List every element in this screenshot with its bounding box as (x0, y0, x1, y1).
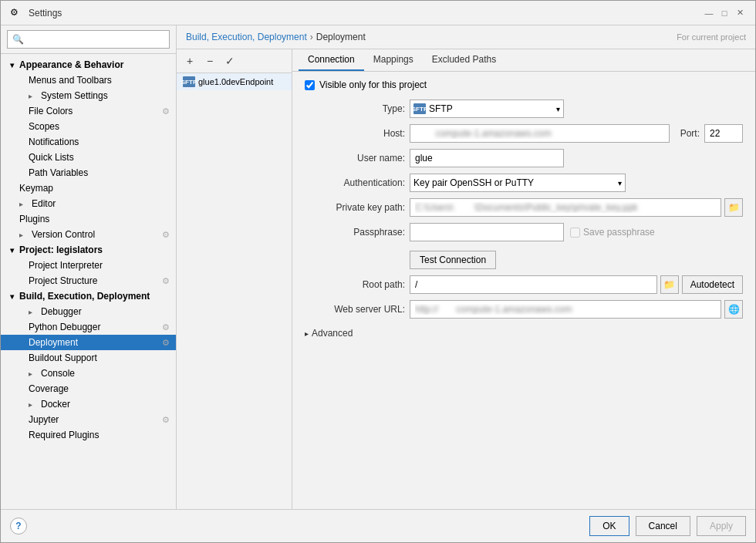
sidebar-item-scopes[interactable]: Scopes (1, 119, 176, 134)
sidebar-item-appearance-behavior[interactable]: Appearance & Behavior (1, 57, 176, 73)
item-label: Path Variables (29, 167, 88, 178)
search-box (1, 25, 176, 54)
sidebar-item-python-debugger[interactable]: Python Debugger ⚙ (1, 319, 176, 335)
type-select[interactable]: SFTP SFTP ▾ (410, 99, 564, 118)
minimize-button[interactable]: — (703, 7, 715, 19)
sidebar-item-docker[interactable]: ▸ Docker (1, 396, 176, 412)
server-list-toolbar: + − ✓ (177, 49, 292, 73)
save-passphrase-checkbox[interactable] (570, 228, 580, 238)
item-label: File Colors (29, 106, 73, 116)
item-label: Required Plugins (29, 430, 99, 440)
item-label: Deployment (29, 337, 78, 348)
item-label: Editor (32, 198, 56, 209)
gear-icon: ⚙ (162, 415, 170, 425)
advanced-toggle[interactable]: Advanced (305, 325, 743, 342)
cancel-button[interactable]: Cancel (636, 516, 690, 536)
autodetect-button[interactable]: Autodetect (682, 275, 743, 294)
breadcrumb-current: Deployment (316, 32, 366, 42)
private-key-input[interactable] (410, 198, 721, 217)
open-url-button[interactable]: 🌐 (724, 300, 743, 319)
sidebar-item-quick-lists[interactable]: Quick Lists (1, 150, 176, 165)
deployment-panel: + − ✓ SFTP glue1.0devEndpoint Connecti (177, 49, 755, 509)
gear-icon: ⚙ (162, 322, 170, 332)
browse-private-key-button[interactable]: 📁 (724, 198, 743, 217)
sidebar-item-notifications[interactable]: Notifications (1, 134, 176, 150)
app-icon: ⚙ (10, 7, 22, 19)
sidebar-item-plugins[interactable]: Plugins (1, 211, 176, 227)
title-bar: ⚙ Settings — □ ✕ (1, 1, 755, 25)
sidebar-item-jupyter[interactable]: Jupyter ⚙ (1, 412, 176, 427)
tab-excluded-paths[interactable]: Excluded Paths (423, 49, 505, 71)
web-server-row: Web server URL: 🌐 (305, 300, 743, 319)
maximize-button[interactable]: □ (718, 7, 731, 19)
tab-mappings[interactable]: Mappings (364, 49, 423, 71)
sidebar-item-version-control[interactable]: ▸ Version Control ⚙ (1, 227, 176, 242)
sidebar-item-coverage[interactable]: Coverage (1, 381, 176, 396)
sidebar-item-path-variables[interactable]: Path Variables (1, 165, 176, 180)
server-item[interactable]: SFTP glue1.0devEndpoint (177, 73, 292, 90)
advanced-label: Advanced (312, 328, 353, 339)
sidebar-item-project-interpreter[interactable]: Project Interpreter (1, 258, 176, 273)
sidebar-item-keymap[interactable]: Keymap (1, 180, 176, 196)
tab-connection[interactable]: Connection (299, 49, 364, 71)
breadcrumb: Build, Execution, Deployment › Deploymen… (177, 25, 755, 49)
sidebar-item-editor[interactable]: ▸ Editor (1, 196, 176, 211)
type-row: Type: SFTP SFTP ▾ (305, 99, 743, 118)
sidebar-item-system-settings[interactable]: ▸ System Settings (1, 88, 176, 103)
sidebar-item-menus-toolbars[interactable]: Menus and Toolbars (1, 73, 176, 88)
root-path-input[interactable] (410, 275, 657, 294)
visible-only-label: Visible only for this project (319, 79, 427, 90)
sidebar-item-deployment[interactable]: Deployment ⚙ (1, 335, 176, 350)
save-passphrase-label: Save passphrase (583, 227, 655, 238)
passphrase-label: Passphrase: (305, 227, 405, 238)
settings-window: ⚙ Settings — □ ✕ Appearance & Behavior (0, 0, 756, 543)
sidebar-item-project-structure[interactable]: Project Structure ⚙ (1, 273, 176, 288)
item-label: Jupyter (29, 414, 59, 425)
apply-button[interactable]: Apply (697, 516, 746, 536)
username-row: User name: (305, 149, 743, 167)
expand-icon: ▸ (29, 92, 38, 100)
root-path-row: Root path: 📁 Autodetect (305, 275, 743, 294)
web-server-label: Web server URL: (305, 304, 405, 315)
help-button[interactable]: ? (10, 518, 27, 535)
item-label: Quick Lists (29, 152, 74, 163)
item-label: Docker (41, 399, 70, 410)
sidebar-item-project-legislators[interactable]: Project: legislators (1, 242, 176, 258)
remove-server-button[interactable]: − (201, 52, 218, 69)
sidebar-item-required-plugins[interactable]: Required Plugins (1, 427, 176, 443)
ok-button[interactable]: OK (589, 516, 629, 536)
item-label: Plugins (19, 214, 49, 224)
username-input[interactable] (410, 149, 564, 167)
passphrase-input[interactable] (410, 223, 564, 241)
browse-root-path-button[interactable]: 📁 (660, 275, 679, 294)
sidebar-item-file-colors[interactable]: File Colors ⚙ (1, 103, 176, 119)
host-label: Host: (305, 128, 405, 139)
port-input[interactable]: 22 (704, 124, 743, 143)
test-connection-button[interactable]: Test Connection (410, 251, 496, 269)
item-label: Notifications (29, 137, 79, 147)
auth-select[interactable]: Key pair OpenSSH or PuTTY ▾ (410, 174, 626, 192)
search-input[interactable] (7, 30, 170, 49)
close-button[interactable]: ✕ (734, 7, 746, 19)
type-label: Type: (305, 103, 405, 114)
gear-icon: ⚙ (162, 276, 170, 286)
expand-icon: ▸ (29, 308, 38, 316)
sidebar-item-build-execution-deployment[interactable]: Build, Execution, Deployment (1, 288, 176, 304)
section-label: Build, Execution, Deployment (19, 291, 150, 302)
expand-arrow (7, 60, 16, 69)
item-label: Console (41, 368, 75, 379)
sidebar-item-buildout-support[interactable]: Buildout Support (1, 350, 176, 366)
item-label: Project Structure (29, 275, 97, 286)
host-input[interactable] (410, 124, 670, 143)
expand-icon: ▸ (29, 400, 38, 409)
expand-icon: ▸ (19, 200, 29, 208)
visible-only-checkbox[interactable] (305, 80, 315, 90)
sidebar-item-debugger[interactable]: ▸ Debugger (1, 304, 176, 319)
web-server-input[interactable] (410, 300, 721, 319)
check-button[interactable]: ✓ (221, 52, 238, 69)
add-server-button[interactable]: + (181, 52, 198, 69)
save-passphrase-container: Save passphrase (570, 227, 655, 238)
sidebar-item-console[interactable]: ▸ Console (1, 366, 176, 381)
breadcrumb-parent[interactable]: Build, Execution, Deployment (186, 32, 307, 42)
main-content: Appearance & Behavior Menus and Toolbars… (1, 25, 755, 509)
